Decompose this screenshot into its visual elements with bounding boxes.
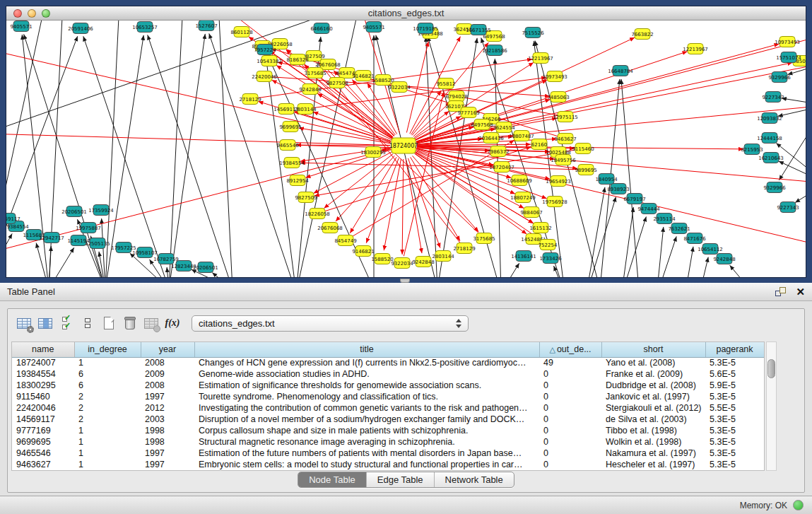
close-panel-icon[interactable]: ✕: [796, 287, 805, 297]
graph-node-label: 9115460: [572, 146, 594, 152]
tab-node-table[interactable]: Node Table: [298, 472, 366, 487]
graph-edge: [384, 159, 401, 251]
cell-pagerank: 5.5E-5: [705, 402, 764, 414]
graph-node-label: 10719185: [413, 26, 438, 32]
cell-pagerank: 5.3E-5: [705, 459, 764, 470]
table-row[interactable]: 1456911722003Disruption of a novel membe…: [12, 414, 764, 425]
network-graph[interactable]: 1830029586011288912954182260589827509818…: [6, 21, 806, 277]
graph-node-label: 12093832: [757, 116, 782, 122]
graph-edge: [169, 34, 205, 277]
cell-title: Genome-wide association studies in ADHD.: [194, 368, 539, 380]
cell-title: Changes of HCN gene expression and I(f) …: [194, 357, 539, 368]
column-header-pagerank[interactable]: pagerank: [705, 342, 764, 357]
graph-node-label: 62160: [531, 142, 547, 148]
graph-node-label: 1615132: [529, 226, 551, 231]
table-row[interactable]: 1938455462009Genome-wide association stu…: [12, 368, 764, 380]
graph-node-label: 20676068: [317, 226, 343, 231]
new-column-button[interactable]: [98, 313, 119, 333]
cell-out_de: 0: [539, 368, 601, 380]
graph-node-label: 8471676: [683, 236, 706, 242]
memory-status-dot[interactable]: [793, 500, 804, 510]
table-row[interactable]: 969969511998Structural magnetic resonanc…: [12, 436, 764, 448]
graph-node-label: 9405571: [10, 24, 32, 30]
cell-title: Disruption of a novel member of a sodium…: [194, 414, 539, 425]
graph-node-label: 19218586: [482, 48, 507, 54]
cell-pagerank: 5.6E-5: [705, 368, 764, 380]
cell-name: 18300295: [12, 380, 74, 391]
graph-edge: [501, 263, 519, 277]
cell-name: 22420046: [12, 402, 74, 414]
graph-edge: [105, 35, 143, 277]
zoom-window-button[interactable]: [42, 9, 50, 18]
graph-node-label: 9899695: [575, 168, 596, 173]
graph-node-label: 18720407: [489, 165, 514, 170]
scrollbar-thumb[interactable]: [767, 359, 775, 378]
function-builder-button[interactable]: f(x): [162, 313, 183, 333]
cell-title: Corpus callosum shape and size in male p…: [194, 425, 539, 436]
table-row[interactable]: 1872400712008Changes of HCN gene express…: [12, 357, 764, 368]
graph-node-label: 20676068: [315, 62, 341, 68]
graph-edge: [685, 247, 693, 277]
network-table-select[interactable]: citations_edges.txt: [192, 315, 469, 332]
cell-out_de: 0: [539, 402, 601, 414]
graph-node-label: 17359924: [88, 208, 114, 214]
cell-out_de: 0: [539, 380, 601, 391]
graph-node-label: 10973493: [542, 74, 567, 80]
gray-dot-icon: [153, 325, 160, 332]
memory-status-label: Memory: OK: [740, 501, 787, 510]
table-options-button[interactable]: [13, 313, 35, 333]
cell-name: 18724007: [12, 357, 74, 368]
column-header-in_degree[interactable]: in_degree: [74, 342, 141, 357]
graph-node-label: 7957224: [254, 47, 276, 53]
network-canvas[interactable]: 1830029586011288912954182260589827509818…: [6, 21, 806, 277]
graph-node-label: 10688609: [507, 178, 532, 184]
column-header-title[interactable]: title: [194, 342, 539, 357]
fx-icon: f(x): [165, 317, 180, 329]
column-header-year[interactable]: year: [141, 342, 194, 357]
graph-node-label: 6497568: [483, 34, 505, 40]
table-row[interactable]: 977716911998Corpus callosum shape and si…: [12, 425, 764, 436]
tab-network-table[interactable]: Network Table: [434, 472, 514, 487]
row-height-button[interactable]: [77, 313, 98, 333]
graph-edge: [657, 236, 676, 277]
table-row[interactable]: 946362711997Embryonic stem cells: a mode…: [12, 459, 764, 470]
tab-edge-table[interactable]: Edge Table: [366, 472, 434, 487]
cell-out_de: 0: [539, 391, 601, 402]
graph-node-label: 8601128: [230, 30, 252, 35]
close-window-button[interactable]: [13, 9, 22, 18]
delete-column-button[interactable]: [119, 313, 141, 333]
cell-out_de: 0: [539, 436, 601, 448]
cell-short: Hescheler et al. (1997): [601, 459, 705, 470]
column-header-out_de[interactable]: △out_de...: [539, 342, 601, 357]
graph-edge: [314, 152, 392, 194]
select-columns-button[interactable]: ✓ ✓: [56, 313, 77, 333]
show-columns-button[interactable]: [35, 313, 56, 333]
graph-node-label: 7485063: [547, 95, 569, 100]
graph-node-label: 752254: [539, 243, 558, 248]
table-row[interactable]: 946554611997Estimation of the future num…: [12, 448, 764, 459]
table-row[interactable]: 911546021997Tourette syndrome. Phenomeno…: [12, 391, 764, 402]
graph-node-label: 9827508: [326, 81, 348, 86]
table-row[interactable]: 2242004622012Investigating the contribut…: [12, 402, 764, 414]
table-scrollbar[interactable]: [766, 341, 777, 471]
window-titlebar[interactable]: citations_edges.txt: [6, 6, 806, 21]
graph-node-label: 9884067: [520, 210, 542, 216]
graph-edge: [730, 265, 755, 277]
minimize-window-button[interactable]: [28, 9, 36, 18]
column-header-name[interactable]: name: [12, 342, 74, 357]
cell-pagerank: 5.3E-5: [705, 391, 764, 402]
table-row[interactable]: 1830029562008Estimation of significance …: [12, 380, 764, 391]
graph-node-label: 9242848: [299, 87, 321, 93]
column-header-short[interactable]: short: [601, 342, 705, 357]
cell-short: Yano et al. (2008): [601, 357, 705, 368]
graph-edge: [699, 257, 708, 277]
cell-title: Estimation of significance thresholds fo…: [194, 380, 539, 391]
graph-node-label: 7632621: [668, 226, 690, 232]
cell-year: 2009: [141, 368, 194, 380]
graph-node-label: 9227343: [762, 95, 784, 100]
float-panel-icon[interactable]: [775, 287, 786, 296]
graph-node-label: 10543382: [257, 59, 282, 64]
graph-edge: [621, 207, 633, 277]
cell-in_degree: 1: [74, 459, 141, 470]
graph-node-label: 16648784: [608, 69, 633, 74]
